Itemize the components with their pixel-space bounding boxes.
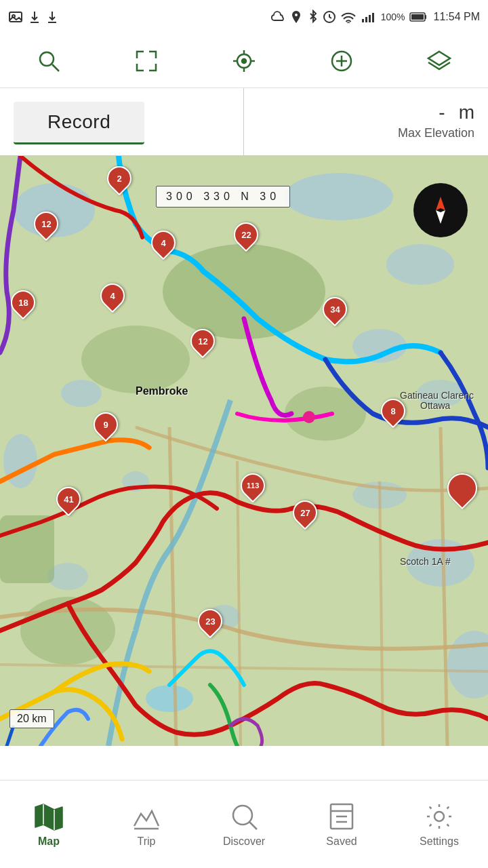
nav-label-discover: Discover (223, 835, 265, 848)
pin-18[interactable]: 18 (11, 290, 35, 320)
svg-rect-14 (425, 15, 426, 19)
nav-item-saved[interactable]: Saved (298, 802, 386, 848)
wifi-icon (340, 11, 357, 23)
download2-icon (46, 9, 58, 24)
location-icon (290, 9, 302, 24)
elevation-label: Max Elevation (398, 126, 474, 140)
elevation-dash: - (439, 102, 445, 123)
pink-dot (303, 411, 315, 423)
svg-rect-10 (369, 15, 371, 22)
svg-point-59 (434, 812, 444, 821)
svg-rect-11 (372, 13, 374, 22)
svg-marker-47 (436, 197, 445, 210)
svg-line-54 (249, 822, 257, 829)
svg-point-15 (40, 52, 54, 66)
bluetooth-icon (306, 9, 319, 24)
svg-point-7 (347, 23, 349, 24)
status-icons-left (8, 9, 58, 24)
pin-2[interactable]: 2 (107, 166, 131, 196)
expand-button[interactable] (129, 44, 163, 78)
record-button-area: Record (0, 88, 244, 155)
pin-23[interactable]: 23 (198, 609, 222, 639)
saved-nav-icon (327, 802, 357, 831)
elevation-unit: m (459, 102, 474, 123)
gatineau-label: Gatineau Clarenc (400, 390, 474, 401)
elevation-value: - m (439, 102, 474, 123)
record-button[interactable]: Record (14, 102, 144, 144)
svg-point-45 (20, 597, 115, 665)
nav-item-map[interactable]: Map (5, 802, 93, 848)
add-button[interactable] (325, 44, 359, 78)
svg-marker-48 (436, 210, 445, 224)
signal-icon (361, 11, 377, 23)
battery-text: 100% (381, 12, 405, 22)
battery-icon (409, 12, 427, 22)
ottawa-label: Ottawa (420, 400, 450, 411)
pin-34[interactable]: 34 (323, 297, 347, 327)
svg-line-16 (52, 64, 59, 71)
toolbar (0, 34, 488, 88)
pin-large-red[interactable] (447, 473, 477, 509)
svg-rect-9 (365, 17, 367, 22)
pin-12-center[interactable]: 12 (190, 329, 215, 359)
record-bar: Record - m Max Elevation (0, 88, 488, 156)
svg-rect-0 (9, 12, 22, 22)
locate-button[interactable] (227, 44, 261, 78)
nav-label-saved: Saved (326, 835, 357, 848)
bottom-navigation: Map Trip Discover Saved Settings (0, 780, 488, 868)
settings-nav-icon (424, 802, 454, 831)
nav-label-trip: Trip (138, 835, 156, 848)
svg-point-44 (285, 387, 366, 441)
trip-nav-icon (131, 802, 161, 831)
svg-marker-49 (35, 804, 62, 830)
elevation-area: - m Max Elevation (244, 88, 488, 155)
status-info-right: 100% 11:54 PM (271, 9, 480, 24)
svg-point-29 (285, 173, 393, 220)
svg-point-33 (61, 380, 102, 407)
scotch-label: Scotch 1A # (400, 556, 451, 567)
svg-rect-8 (362, 19, 364, 22)
sync-icon (271, 11, 286, 23)
map-container[interactable]: 300 330 N 30 Pembroke Gatineau Clarenc O… (0, 156, 488, 746)
nav-label-map: Map (38, 835, 60, 848)
pin-4-mid[interactable]: 4 (100, 283, 125, 313)
layers-button[interactable] (422, 44, 456, 78)
nav-item-discover[interactable]: Discover (200, 802, 288, 848)
nav-item-trip[interactable]: Trip (102, 802, 190, 848)
svg-point-42 (163, 244, 325, 339)
status-bar: 100% 11:54 PM (0, 0, 488, 34)
image-icon (8, 9, 23, 24)
svg-point-53 (233, 806, 252, 825)
svg-point-31 (352, 329, 407, 363)
svg-point-34 (3, 434, 37, 488)
pin-9[interactable]: 9 (94, 412, 118, 442)
svg-point-41 (146, 685, 193, 712)
svg-rect-13 (411, 14, 424, 20)
svg-rect-46 (0, 515, 54, 583)
search-button[interactable] (32, 44, 66, 78)
download-icon (28, 9, 41, 24)
pin-27[interactable]: 27 (293, 500, 317, 530)
pin-41[interactable]: 41 (56, 487, 81, 517)
svg-point-35 (122, 471, 149, 492)
pin-4-top[interactable]: 4 (151, 231, 176, 260)
scale-ruler: 300 330 N 30 (156, 186, 290, 208)
pin-22[interactable]: 22 (234, 222, 258, 252)
svg-point-43 (81, 326, 190, 393)
svg-point-30 (386, 244, 454, 285)
time-display: 11:54 PM (434, 11, 480, 23)
pin-12-left[interactable]: 12 (34, 212, 58, 241)
scale-bar: 20 km (9, 709, 54, 728)
pin-8[interactable]: 8 (381, 399, 405, 429)
nav-item-settings[interactable]: Settings (395, 802, 483, 848)
nav-label-settings: Settings (420, 835, 459, 848)
svg-point-18 (242, 59, 246, 63)
clock-icon (323, 10, 336, 24)
svg-marker-26 (428, 52, 450, 65)
pembroke-label: Pembroke (136, 385, 188, 397)
compass (413, 183, 468, 237)
map-nav-icon (34, 802, 64, 831)
discover-nav-icon (229, 802, 259, 831)
pin-113[interactable]: 113 (241, 473, 265, 503)
